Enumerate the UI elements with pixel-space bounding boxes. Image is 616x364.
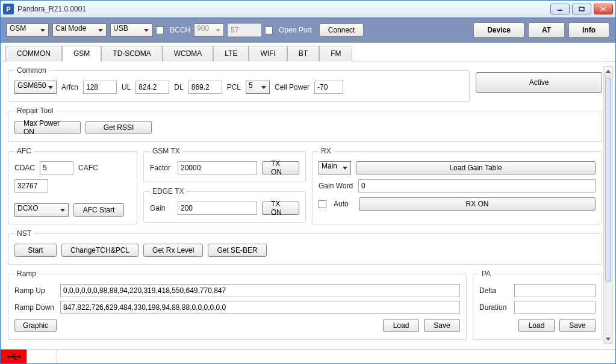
at-button[interactable]: AT [528, 22, 565, 38]
edgetx-legend: EDGE TX [150, 187, 186, 196]
ramp-legend: Ramp [14, 270, 39, 278]
get-rx-level-button[interactable]: Get Rx Level [143, 244, 203, 257]
ramp-group: Ramp Ramp Up 0,0,0,0,0,0,88,88,94,220,31… [8, 270, 467, 340]
maxpower-button[interactable]: Max Power ON [14, 121, 81, 134]
pa-save-button[interactable]: Save [559, 319, 596, 332]
load-gain-table-button[interactable]: Load Gain Table [356, 161, 596, 174]
ul-label: UL [122, 83, 131, 91]
getrssi-button[interactable]: Get RSSI [86, 121, 152, 134]
scroll-down-arrow[interactable] [604, 334, 612, 344]
rampdown-label: Ramp Down [14, 303, 55, 312]
vertical-scrollbar[interactable] [603, 66, 613, 344]
bcch-label: BCCH [170, 26, 190, 34]
tab-gsm[interactable]: GSM [62, 46, 101, 61]
cellpower-field[interactable]: -70 [314, 81, 343, 94]
afc-mode-select[interactable]: DCXO [14, 203, 69, 217]
maximize-button[interactable] [572, 4, 591, 14]
factor-field[interactable]: 20000 [178, 161, 257, 174]
dl-field[interactable]: 869.2 [188, 81, 222, 94]
rx-group: RX Main Load Gain Table Gain Word 0 Auto… [312, 147, 602, 224]
connect-button[interactable]: Connect [319, 23, 364, 37]
window-controls [550, 4, 613, 14]
cdac-label: CDAC [14, 164, 35, 172]
gain-field[interactable]: 200 [178, 202, 257, 215]
rampup-label: Ramp Up [14, 286, 55, 295]
rx-legend: RX [319, 147, 334, 155]
tab-lte[interactable]: LTE [213, 46, 249, 61]
change-tch-pcl-button[interactable]: ChangeTCH&PCL [61, 244, 138, 257]
edge-txon-button[interactable]: TX ON [262, 202, 299, 215]
nst-start-button[interactable]: Start [14, 244, 57, 257]
tab-common[interactable]: COMMON [5, 46, 62, 61]
factor-label: Factor [150, 164, 173, 172]
svg-marker-6 [19, 355, 21, 359]
tab-fm[interactable]: FM [319, 46, 352, 61]
afc-start-button[interactable]: AFC Start [73, 203, 124, 217]
status-bar [1, 349, 615, 363]
ramp-load-button[interactable]: Load [383, 319, 419, 332]
minimize-button[interactable] [550, 4, 570, 14]
openport-label: Open Port [279, 26, 312, 34]
ramp-save-button[interactable]: Save [424, 319, 460, 332]
tab-strip: COMMON GSM TD-SCDMA WCDMA LTE WIFI BT FM [1, 43, 615, 61]
tab-wcdma[interactable]: WCDMA [163, 46, 214, 61]
cafc-label: CAFC [78, 164, 98, 172]
tab-wifi[interactable]: WIFI [249, 46, 287, 61]
band-select[interactable]: GSM850 [14, 81, 57, 94]
auto-checkbox[interactable] [319, 200, 326, 208]
tab-tdscdma[interactable]: TD-SCDMA [101, 46, 162, 61]
tab-bt[interactable]: BT [287, 46, 319, 61]
scroll-up-arrow[interactable] [604, 67, 612, 76]
rampup-field[interactable]: 0,0,0,0,0,0,88,88,94,220,319,418,550,649… [60, 284, 460, 297]
channel-field[interactable]: 57 [228, 23, 261, 37]
edgetx-group: EDGE TX Gain 200 TX ON [143, 187, 306, 223]
app-icon: P [3, 4, 14, 14]
gsmtx-group: GSM TX Factor 20000 TX ON [143, 147, 306, 182]
close-button[interactable] [594, 4, 613, 14]
pa-legend: PA [479, 270, 493, 278]
scroll-thumb[interactable] [605, 78, 611, 282]
duration-field[interactable] [514, 301, 596, 314]
rxon-button[interactable]: RX ON [359, 197, 596, 211]
gsm-txon-button[interactable]: TX ON [262, 161, 299, 174]
bcch-checkbox[interactable] [156, 26, 164, 34]
cafc-field[interactable]: 32767 [14, 179, 48, 193]
graphic-button[interactable]: Graphic [14, 319, 57, 332]
status-cell-3 [57, 350, 615, 363]
nst-group: NST Start ChangeTCH&PCL Get Rx Level Get… [8, 229, 602, 265]
arfcn-label: Arfcn [61, 83, 78, 91]
auto-label: Auto [334, 200, 354, 208]
pa-group: PA Delta Duration Load Save [473, 270, 602, 340]
get-se-ber-button[interactable]: Get SE-BER [208, 244, 266, 257]
bcch-value-select[interactable]: 900 [194, 23, 224, 37]
duration-label: Duration [479, 303, 509, 312]
usb-status-icon [1, 350, 27, 363]
content-area: Common GSM850 Arfcn 128 UL 824.2 DL 869.… [1, 61, 615, 349]
window-title: Pandora_R21.0.0001 [17, 5, 550, 13]
cdac-field[interactable]: 5 [40, 161, 73, 174]
gain-label: Gain [150, 204, 173, 212]
rx-mode-select[interactable]: Main [319, 161, 351, 174]
openport-checkbox[interactable] [265, 26, 273, 34]
repair-group: Repair Tool Max Power ON Get RSSI [8, 106, 602, 142]
pa-load-button[interactable]: Load [518, 319, 555, 332]
afc-legend: AFC [14, 147, 34, 155]
delta-field[interactable] [514, 284, 596, 297]
rampdown-field[interactable]: 847,822,726,629,484,330,198,94,88,88,0,0… [60, 301, 460, 314]
active-button[interactable]: Active [476, 72, 602, 93]
port-select[interactable]: USB [110, 23, 152, 37]
gainword-field[interactable]: 0 [358, 179, 596, 193]
repair-legend: Repair Tool [14, 106, 55, 115]
mode-select[interactable]: GSM [7, 23, 49, 37]
arfcn-field[interactable]: 128 [83, 81, 117, 94]
calmode-select[interactable]: Cal Mode [52, 23, 107, 37]
device-button[interactable]: Device [473, 22, 524, 38]
svg-rect-1 [579, 7, 584, 11]
app-window: P Pandora_R21.0.0001 GSM Cal Mode USB BC… [0, 0, 616, 364]
pcl-select[interactable]: 5 [246, 81, 270, 94]
gsmtx-legend: GSM TX [150, 147, 182, 155]
info-button[interactable]: Info [568, 22, 609, 38]
titlebar: P Pandora_R21.0.0001 [1, 1, 615, 17]
toolbar: GSM Cal Mode USB BCCH 900 57 Open Port C… [1, 17, 615, 43]
ul-field[interactable]: 824.2 [135, 81, 169, 94]
